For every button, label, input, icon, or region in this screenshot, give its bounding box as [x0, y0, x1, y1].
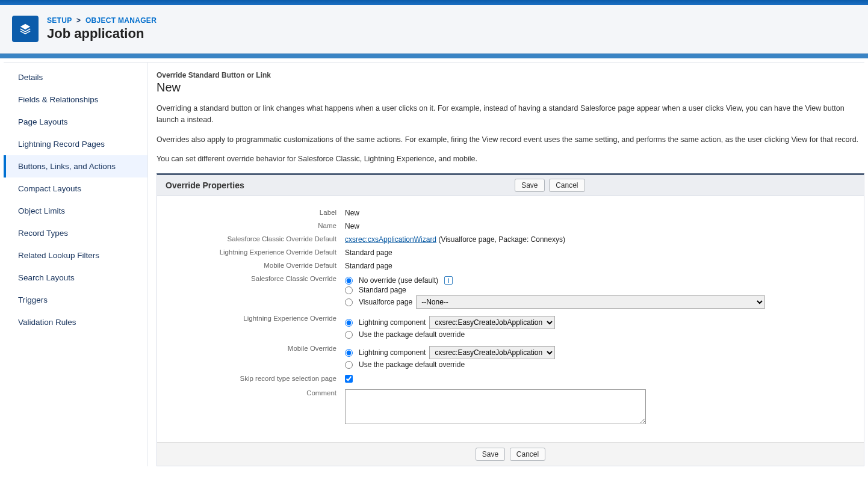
sidebar-item-fields[interactable]: Fields & Relationships	[4, 88, 147, 111]
label-lex-override: Lightning Experience Override	[170, 313, 345, 324]
classic-default-link[interactable]: cxsrec:cxsApplicationWizard	[345, 235, 436, 244]
value-classic-default: cxsrec:cxsApplicationWizard (Visualforce…	[345, 233, 851, 245]
panel-header: Override Properties Save Cancel	[157, 175, 864, 196]
radio-classic-visualforce[interactable]	[345, 298, 353, 306]
layers-icon	[19, 22, 32, 35]
override-heading: New	[157, 81, 864, 94]
radio-label-mobile-lc: Lightning component	[359, 348, 426, 357]
radio-lex-package-default[interactable]	[345, 331, 353, 339]
sidebar-item-object-limits[interactable]: Object Limits	[4, 200, 147, 222]
radio-classic-standard[interactable]	[345, 286, 353, 294]
panel-title: Override Properties	[166, 181, 244, 190]
panel-footer: Save Cancel	[157, 442, 864, 466]
save-button-top[interactable]: Save	[515, 179, 544, 192]
intro-text: Overriding a standard button or link cha…	[157, 103, 864, 165]
select-visualforce-page[interactable]: --None--	[416, 295, 765, 309]
select-mobile-lightning-component[interactable]: cxsrec:EasyCreateJobApplication	[429, 346, 555, 359]
radio-label-lex-package-default: Use the package default override	[359, 330, 465, 339]
select-lex-lightning-component[interactable]: cxsrec:EasyCreateJobApplication	[429, 316, 555, 329]
label-comment: Comment	[170, 387, 345, 398]
sidebar-item-triggers[interactable]: Triggers	[4, 289, 147, 311]
textarea-comment[interactable]	[345, 389, 646, 424]
label-label: Label	[170, 207, 345, 218]
radio-classic-no-override[interactable]	[345, 277, 353, 285]
value-mobile-default: Standard page	[345, 260, 851, 272]
value-lex-default: Standard page	[345, 247, 851, 259]
cancel-button-bottom[interactable]: Cancel	[510, 448, 545, 461]
radio-label-standard-page: Standard page	[359, 286, 406, 294]
radio-mobile-lightning-component[interactable]	[345, 349, 353, 357]
main-content: Override Standard Button or Link New Ove…	[148, 63, 864, 466]
sidebar-item-lightning-pages[interactable]: Lightning Record Pages	[4, 133, 147, 155]
radio-label-visualforce: Visualforce page	[359, 298, 412, 306]
page-title: Job application	[47, 26, 157, 42]
radio-label-no-override: No override (use default)	[359, 276, 438, 285]
cancel-button-top[interactable]: Cancel	[549, 179, 584, 192]
value-label: New	[345, 207, 851, 219]
sidebar-item-buttons-links-actions[interactable]: Buttons, Links, and Actions	[4, 155, 147, 177]
label-classic-default: Salesforce Classic Override Default	[170, 233, 345, 244]
intro-p2: Overrides also apply to programmatic cus…	[157, 134, 864, 146]
label-mobile-default: Mobile Override Default	[170, 260, 345, 271]
value-name: New	[345, 220, 851, 232]
radio-label-lex-lc: Lightning component	[359, 318, 426, 327]
label-name: Name	[170, 220, 345, 231]
panel-body: Label New Name New Salesforce Classic Ov…	[157, 196, 864, 442]
save-button-bottom[interactable]: Save	[476, 448, 505, 461]
sidebar-item-record-types[interactable]: Record Types	[4, 222, 147, 244]
override-properties-panel: Override Properties Save Cancel Label Ne…	[157, 173, 864, 466]
sub-heading: Override Standard Button or Link	[157, 71, 864, 79]
label-lex-default: Lightning Experience Override Default	[170, 247, 345, 258]
radio-lex-lightning-component[interactable]	[345, 319, 353, 327]
breadcrumb-setup[interactable]: SETUP	[47, 16, 72, 25]
window-top-bar	[0, 0, 868, 5]
sidebar-item-search-layouts[interactable]: Search Layouts	[4, 267, 147, 289]
breadcrumb: SETUP > OBJECT MANAGER	[47, 16, 157, 25]
label-classic-override: Salesforce Classic Override	[170, 273, 345, 284]
sidebar-item-page-layouts[interactable]: Page Layouts	[4, 111, 147, 133]
intro-p3: You can set different override behavior …	[157, 153, 864, 165]
classic-default-suffix: (Visualforce page, Package: Connexys)	[436, 235, 565, 244]
radio-label-mobile-package-default: Use the package default override	[359, 360, 465, 369]
checkbox-skip-record-type[interactable]	[345, 375, 353, 383]
label-skip: Skip record type selection page	[170, 373, 345, 384]
breadcrumb-object-manager[interactable]: OBJECT MANAGER	[85, 16, 157, 25]
radio-mobile-package-default[interactable]	[345, 361, 353, 369]
sidebar-item-validation-rules[interactable]: Validation Rules	[4, 311, 147, 333]
breadcrumb-sep: >	[74, 16, 83, 25]
page-header: SETUP > OBJECT MANAGER Job application	[0, 5, 868, 54]
label-mobile-override: Mobile Override	[170, 343, 345, 354]
sidebar-item-compact-layouts[interactable]: Compact Layouts	[4, 177, 147, 200]
header-accent-bar	[0, 54, 868, 58]
intro-p1: Overriding a standard button or link cha…	[157, 103, 864, 126]
info-icon[interactable]: i	[444, 276, 453, 285]
sidebar-item-details[interactable]: Details	[4, 66, 147, 88]
object-icon	[12, 16, 39, 42]
sidebar: Details Fields & Relationships Page Layo…	[4, 63, 148, 466]
sidebar-item-related-lookup-filters[interactable]: Related Lookup Filters	[4, 244, 147, 267]
